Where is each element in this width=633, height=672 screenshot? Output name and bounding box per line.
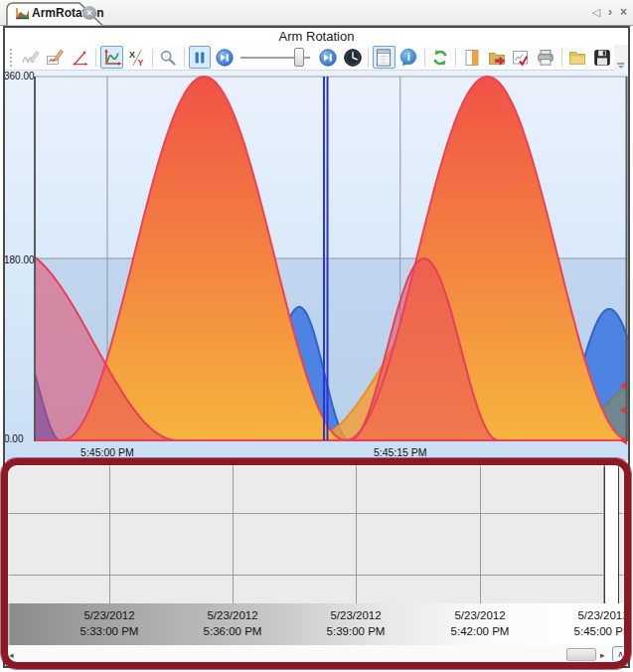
table-icon bbox=[374, 48, 394, 68]
angle-line-icon bbox=[71, 48, 90, 68]
printer-icon bbox=[536, 48, 555, 68]
overview-vline bbox=[109, 465, 110, 604]
overview-time-label: 5/23/20125:42:00 PM bbox=[425, 607, 535, 639]
info-button[interactable]: i bbox=[397, 46, 420, 69]
overview-hline bbox=[5, 513, 628, 514]
scrollbar-thumb[interactable] bbox=[566, 648, 596, 661]
refresh-icon bbox=[430, 48, 450, 68]
svg-text:i: i bbox=[407, 50, 410, 62]
overview-current-column bbox=[604, 465, 619, 604]
xy-icon: X Y bbox=[127, 48, 147, 68]
overview-time-label: 5/23/20125:39:00 PM bbox=[301, 607, 410, 639]
folder-export-icon bbox=[487, 48, 507, 68]
scroll-left-icon[interactable]: ◂ bbox=[9, 650, 14, 660]
info-icon: i bbox=[398, 48, 418, 68]
xy-plot-mode-button[interactable]: X Y bbox=[125, 46, 148, 69]
overview-vline bbox=[480, 465, 481, 604]
trend-axes-icon bbox=[102, 48, 122, 68]
save-button[interactable] bbox=[590, 46, 613, 69]
tab-armrotation[interactable]: ArmRotation × bbox=[6, 0, 111, 26]
slider-handle[interactable] bbox=[294, 48, 304, 67]
trend-axes-mode-button[interactable] bbox=[100, 46, 123, 69]
horizontal-scrollbar[interactable]: ◂ ▸ ∧ bbox=[5, 645, 628, 664]
report-icon bbox=[462, 48, 482, 68]
overview-hline bbox=[5, 575, 628, 576]
chevron-up-icon: ∧ bbox=[617, 649, 624, 659]
tab-bar: ArmRotation × ◁ › × bbox=[0, 0, 633, 26]
svg-text:X: X bbox=[129, 49, 135, 59]
nav-forward-icon[interactable]: › bbox=[608, 4, 612, 20]
overview-time-band[interactable]: 5/23/20125:33:00 PM5/23/20125:36:00 PM5/… bbox=[5, 603, 628, 645]
save-icon bbox=[592, 48, 612, 68]
print-button[interactable] bbox=[535, 46, 557, 69]
y-tick-360: 360.00 bbox=[4, 71, 34, 82]
overview-time-label: 5/23/20125:36:00 PM bbox=[178, 607, 287, 639]
trend-plot[interactable] bbox=[0, 71, 633, 460]
clock-icon bbox=[343, 48, 363, 68]
annotate-line-button[interactable] bbox=[70, 46, 92, 69]
overview-grid[interactable] bbox=[5, 464, 628, 603]
y-tick-180: 180.00 bbox=[4, 254, 34, 265]
collapse-panel-button[interactable]: ∧ bbox=[612, 646, 629, 662]
tab-nav: ◁ › × bbox=[592, 4, 627, 20]
pause-button[interactable] bbox=[189, 46, 212, 69]
scroll-right-icon[interactable]: ▸ bbox=[600, 650, 605, 660]
chart-settings-button[interactable] bbox=[510, 46, 533, 69]
nav-close-icon[interactable]: × bbox=[620, 4, 627, 20]
toolbar-grip[interactable] bbox=[10, 49, 16, 67]
refresh-button[interactable] bbox=[429, 46, 452, 69]
folder-icon bbox=[567, 48, 587, 68]
step-forward-icon bbox=[215, 48, 235, 68]
open-folder-button[interactable] bbox=[566, 46, 589, 69]
y-tick-0: 0.00 bbox=[4, 433, 34, 444]
toolbar-overflow-button[interactable] bbox=[614, 45, 628, 71]
step-forward-button[interactable] bbox=[213, 46, 236, 69]
overview-vline bbox=[233, 465, 234, 604]
chevron-down-icon bbox=[617, 63, 624, 65]
trend-chart-icon bbox=[15, 6, 30, 21]
speed-slider[interactable] bbox=[238, 47, 313, 69]
jump-to-end-button[interactable] bbox=[317, 46, 340, 69]
overview-time-label: 5/23/20125:33:00 PM bbox=[55, 607, 164, 639]
overview-vline bbox=[356, 465, 357, 604]
armrotation-window: ArmRotation × ◁ › × Arm Rotation bbox=[0, 0, 633, 672]
export-folder-button[interactable] bbox=[485, 46, 508, 69]
x-tick-54515: 5:45:15 PM bbox=[374, 446, 427, 458]
jump-to-end-icon bbox=[318, 48, 338, 68]
edit-pen-chart-button[interactable] bbox=[45, 46, 68, 69]
edit-pens-disabled-button[interactable] bbox=[20, 46, 43, 69]
magnifier-icon bbox=[158, 48, 178, 68]
zoom-button[interactable] bbox=[157, 46, 180, 69]
time-clock-button[interactable] bbox=[341, 46, 364, 69]
chart-check-icon bbox=[511, 48, 531, 68]
viewer-title: Arm Rotation bbox=[5, 27, 628, 45]
data-table-button[interactable] bbox=[373, 46, 396, 69]
nav-back-icon[interactable]: ◁ bbox=[592, 4, 600, 20]
toolbar: X Y bbox=[5, 45, 628, 71]
x-tick-54500: 5:45:00 PM bbox=[80, 446, 134, 458]
pen-chart-icon bbox=[46, 48, 66, 68]
tab-close-icon[interactable]: × bbox=[82, 6, 96, 20]
report-button[interactable] bbox=[460, 46, 483, 69]
pause-icon bbox=[190, 48, 210, 68]
pen-curves-icon bbox=[21, 48, 41, 68]
svg-text:Y: Y bbox=[137, 58, 143, 68]
overview-time-label: 5/23/20125:45:00 PM bbox=[549, 607, 628, 639]
overview-panel[interactable]: 5/23/20125:33:00 PM5/23/20125:36:00 PM5/… bbox=[5, 464, 628, 645]
